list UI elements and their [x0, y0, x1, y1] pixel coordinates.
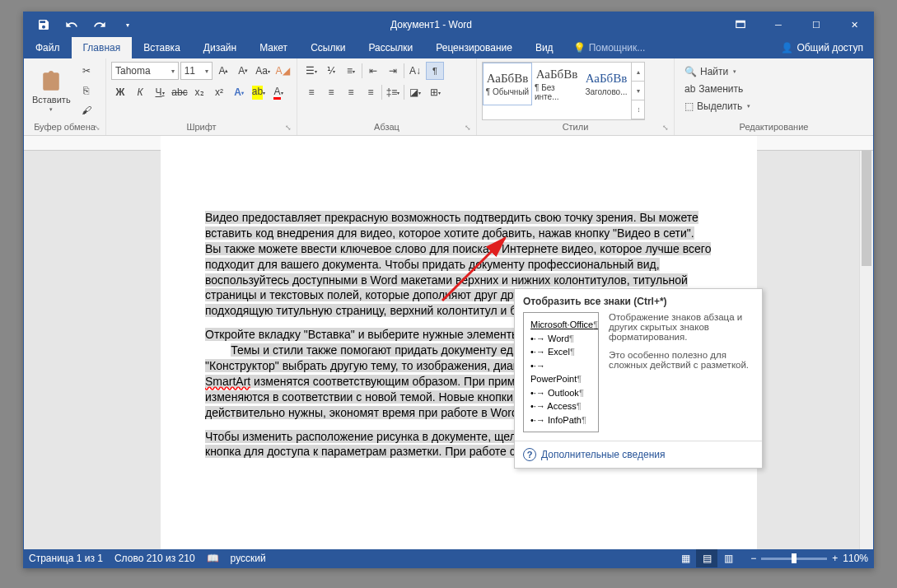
font-color-button[interactable]: A▾ [269, 83, 287, 101]
tooltip-more-link[interactable]: ? Дополнительные сведения [515, 441, 762, 468]
tooltip-description: Отображение знаков абзаца и других скрыт… [609, 312, 754, 432]
style-nospace[interactable]: АаБбВв¶ Без инте... [532, 63, 582, 105]
highlight-button[interactable]: ab▾ [250, 83, 268, 101]
font-name-combo[interactable]: Tahoma▾ [111, 62, 179, 80]
tab-layout[interactable]: Макет [248, 37, 299, 58]
spell-check-icon[interactable]: 📖 [207, 553, 219, 564]
web-layout-button[interactable]: ▥ [717, 549, 739, 567]
tab-review[interactable]: Рецензирование [424, 37, 524, 58]
zoom-slider[interactable] [761, 558, 827, 560]
tab-view[interactable]: Вид [524, 37, 565, 58]
lightbulb-icon: 💡 [573, 42, 586, 54]
subscript-button[interactable]: x₂ [190, 83, 208, 101]
text-effects-button[interactable]: A▾ [230, 83, 248, 101]
replace-icon: ab [684, 83, 695, 95]
group-editing: 🔍Найти▾ abЗаменить ⬚Выделить▾ Редактиров… [675, 58, 873, 135]
paragraph-label: Абзац⤡ [302, 120, 471, 133]
multilevel-button[interactable]: ≡▾ [342, 62, 360, 80]
copy-button[interactable]: ⎘ [77, 82, 96, 100]
group-font: Tahoma▾ 11▾ A▴ A▾ Aa▾ A◢ Ж К Ч▾ abc x₂ x… [106, 58, 297, 135]
shading-button[interactable]: ◪▾ [406, 83, 424, 101]
strike-button[interactable]: abc [171, 83, 189, 101]
gallery-scroll[interactable]: ▴▾⫶ [631, 63, 644, 119]
grow-font-button[interactable]: A▴ [214, 62, 232, 80]
tab-insert[interactable]: Вставка [132, 37, 192, 58]
font-launcher[interactable]: ⤡ [285, 124, 292, 132]
undo-button[interactable] [58, 13, 85, 36]
find-button[interactable]: 🔍Найти▾ [684, 63, 750, 80]
align-left-button[interactable]: ≡ [302, 83, 320, 101]
clipboard-launcher[interactable]: ⤡ [94, 124, 100, 132]
share-button[interactable]: 👤Общий доступ [771, 37, 873, 58]
style-gallery[interactable]: АаБбВв¶ Обычный АаБбВв¶ Без инте... АаБб… [482, 62, 645, 120]
justify-button[interactable]: ≡ [362, 83, 380, 101]
clear-format-button[interactable]: A◢ [273, 62, 292, 80]
show-marks-button[interactable]: ¶ [426, 62, 444, 80]
vertical-scrollbar[interactable] [859, 151, 873, 549]
document-area: Видео предоставляет прекрасную возможнос… [24, 136, 873, 549]
save-button[interactable] [30, 13, 57, 36]
language[interactable]: русский [231, 553, 266, 564]
select-icon: ⬚ [684, 100, 694, 112]
minimize-button[interactable]: ─ [759, 12, 797, 37]
tell-me-search[interactable]: 💡Помощник... [565, 37, 654, 58]
ribbon-tabs: Файл Главная Вставка Дизайн Макет Ссылки… [24, 37, 873, 58]
print-layout-button[interactable]: ▤ [696, 549, 717, 567]
tooltip-title: Отобразить все знаки (Ctrl+*) [515, 289, 762, 312]
zoom-out-button[interactable]: − [750, 553, 756, 564]
align-center-button[interactable]: ≡ [322, 83, 340, 101]
font-label: Шрифт⤡ [111, 120, 292, 133]
increase-indent-button[interactable]: ⇥ [384, 62, 402, 80]
user-name[interactable] [697, 37, 771, 58]
statusbar: Страница 1 из 1 Слово 210 из 210 📖 русск… [24, 549, 873, 567]
cut-button[interactable]: ✂ [77, 62, 96, 80]
zoom-level[interactable]: 110% [843, 553, 868, 564]
align-right-button[interactable]: ≡ [342, 83, 360, 101]
maximize-button[interactable]: ☐ [797, 12, 835, 37]
replace-button[interactable]: abЗаменить [684, 81, 750, 97]
clipboard-label: Буфер обмена⤡ [29, 120, 100, 133]
line-spacing-button[interactable]: ‡≡▾ [384, 83, 402, 101]
italic-button[interactable]: К [131, 83, 149, 101]
shrink-font-button[interactable]: A▾ [234, 62, 252, 80]
qat-dropdown[interactable]: ▾ [114, 13, 141, 36]
search-icon: 🔍 [684, 66, 697, 77]
borders-button[interactable]: ⊞▾ [426, 83, 444, 101]
tab-home[interactable]: Главная [72, 37, 133, 58]
read-mode-button[interactable]: ▦ [675, 549, 696, 567]
decrease-indent-button[interactable]: ⇤ [364, 62, 382, 80]
underline-button[interactable]: Ч▾ [151, 83, 169, 101]
paste-button[interactable]: Вставить ▾ [29, 62, 74, 120]
editing-label: Редактирование [680, 120, 868, 133]
group-clipboard: Вставить ▾ ✂ ⎘ 🖌 Буфер обмена⤡ [24, 58, 106, 135]
sort-button[interactable]: A↓ [406, 62, 424, 80]
close-button[interactable]: ✕ [835, 12, 873, 37]
format-painter-button[interactable]: 🖌 [77, 101, 96, 119]
superscript-button[interactable]: x² [210, 83, 228, 101]
select-button[interactable]: ⬚Выделить▾ [684, 98, 750, 114]
font-size-combo[interactable]: 11▾ [180, 62, 213, 80]
ribbon-options-button[interactable] [722, 12, 759, 37]
bold-button[interactable]: Ж [111, 83, 129, 101]
redo-button[interactable] [86, 13, 113, 36]
word-count[interactable]: Слово 210 из 210 [114, 553, 195, 564]
ribbon: Вставить ▾ ✂ ⎘ 🖌 Буфер обмена⤡ Tahoma▾ 1… [24, 58, 873, 136]
zoom-control: − + 110% [750, 553, 868, 564]
tab-design[interactable]: Дизайн [192, 37, 248, 58]
style-normal[interactable]: АаБбВв¶ Обычный [483, 63, 532, 105]
group-paragraph: ☰▾ ⅟▾ ≡▾ ⇤ ⇥ A↓ ¶ ≡ ≡ ≡ ≡ ‡≡▾ [297, 58, 477, 135]
tab-references[interactable]: Ссылки [299, 37, 357, 58]
zoom-in-button[interactable]: + [832, 553, 838, 564]
numbering-button[interactable]: ⅟▾ [322, 62, 340, 80]
tab-mailings[interactable]: Рассылки [357, 37, 424, 58]
page-count[interactable]: Страница 1 из 1 [29, 553, 103, 564]
styles-launcher[interactable]: ⤡ [662, 124, 669, 132]
svg-rect-1 [736, 21, 745, 22]
style-heading1[interactable]: АаБбВвЗаголово... [582, 63, 631, 105]
paragraph-launcher[interactable]: ⤡ [465, 124, 471, 132]
help-icon: ? [523, 448, 536, 461]
tab-file[interactable]: Файл [24, 37, 72, 58]
bullets-button[interactable]: ☰▾ [302, 62, 320, 80]
quick-access-toolbar: ▾ [24, 13, 141, 36]
change-case-button[interactable]: Aa▾ [254, 62, 272, 80]
